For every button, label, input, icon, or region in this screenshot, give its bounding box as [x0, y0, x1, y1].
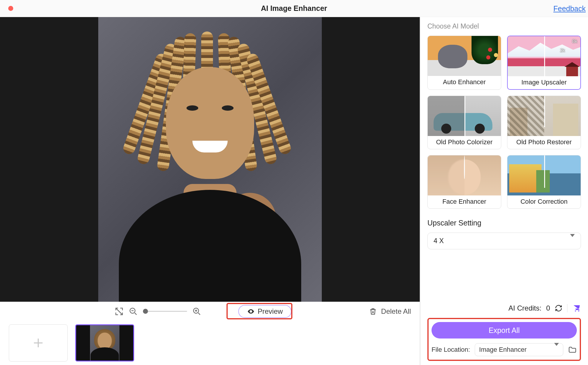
file-location-label: File Location:: [432, 346, 470, 354]
delete-all-label: Delete All: [381, 307, 411, 316]
credits-value: 0: [546, 304, 550, 312]
model-face-enhancer[interactable]: Face Enhancer: [427, 155, 501, 209]
model-label: Old Photo Colorizer: [428, 136, 501, 149]
model-label: Old Photo Restorer: [507, 136, 581, 149]
model-label: Color Correction: [507, 195, 581, 208]
export-all-button[interactable]: Export All: [432, 322, 577, 339]
model-thumb: [507, 96, 581, 136]
divider: [567, 304, 567, 312]
choose-model-label: Choose AI Model: [427, 22, 581, 30]
image-canvas[interactable]: [0, 17, 420, 302]
model-old-photo-restorer[interactable]: Old Photo Restorer: [507, 96, 581, 149]
file-location-row: File Location: Image Enhancer: [432, 343, 577, 356]
loaded-image: [98, 17, 322, 302]
model-grid: Auto Enhancer 8k 2k Image Upscaler Old P…: [427, 36, 581, 209]
chevron-down-icon: [554, 346, 559, 354]
model-label: Image Upscaler: [508, 76, 580, 89]
zoom-in-icon[interactable]: [192, 307, 201, 316]
chevron-down-icon: [570, 237, 575, 245]
upscaler-value: 4 X: [434, 237, 444, 245]
model-old-photo-colorizer[interactable]: Old Photo Colorizer: [427, 96, 501, 149]
main: Preview Delete All: [0, 17, 588, 365]
file-location-dropdown[interactable]: Image Enhancer: [475, 343, 563, 356]
add-image-button[interactable]: [9, 324, 68, 361]
portrait-eyes: [186, 105, 234, 111]
editor-area: Preview Delete All: [0, 17, 420, 365]
model-color-correction[interactable]: Color Correction: [507, 155, 581, 209]
fit-screen-icon[interactable]: [115, 307, 124, 316]
preview-label: Preview: [258, 307, 283, 316]
canvas-toolbar: Preview Delete All: [0, 302, 420, 321]
model-thumb: [428, 96, 501, 136]
zoom-slider[interactable]: [143, 311, 187, 312]
credits-row: AI Credits: 0: [427, 304, 581, 313]
model-auto-enhancer[interactable]: Auto Enhancer: [427, 36, 501, 90]
refresh-icon[interactable]: [555, 304, 562, 312]
model-thumb: [507, 155, 581, 195]
app-title: AI Image Enhancer: [261, 4, 327, 13]
upscaler-setting-label: Upscaler Setting: [427, 219, 581, 227]
credits-label: AI Credits:: [509, 304, 542, 312]
close-window-dot[interactable]: [8, 6, 13, 11]
file-location-value: Image Enhancer: [479, 346, 527, 354]
delete-all-button[interactable]: Delete All: [369, 307, 411, 316]
thumbnail-strip: [0, 321, 420, 365]
cart-icon[interactable]: [572, 304, 581, 313]
zoom-slider-knob[interactable]: [143, 309, 148, 314]
thumbnail-1[interactable]: [75, 324, 134, 361]
thumbnail-image: [90, 324, 119, 361]
zoom-controls: [115, 307, 201, 316]
annotation-highlight-export: Export All File Location: Image Enhancer: [427, 318, 581, 361]
eye-icon: [247, 308, 255, 315]
badge-2k: 2k: [560, 48, 565, 53]
model-thumb: 8k 2k: [508, 36, 580, 76]
portrait-face: [166, 67, 254, 179]
sidebar: Choose AI Model Auto Enhancer 8k 2k Imag…: [420, 17, 588, 365]
model-thumb: [428, 36, 501, 76]
badge-8k: 8k: [572, 39, 577, 44]
model-label: Face Enhancer: [428, 195, 501, 208]
model-thumb: [428, 155, 501, 195]
portrait-body: [119, 190, 301, 302]
upscaler-setting-dropdown[interactable]: 4 X: [427, 233, 581, 249]
folder-icon[interactable]: [568, 345, 577, 354]
feedback-link[interactable]: Feedback: [553, 4, 586, 13]
preview-button[interactable]: Preview: [238, 305, 291, 318]
trash-icon: [369, 307, 377, 316]
model-label: Auto Enhancer: [428, 76, 501, 89]
sidebar-bottom: AI Credits: 0 Export All File Locat: [427, 304, 581, 361]
zoom-out-icon[interactable]: [129, 307, 138, 316]
model-image-upscaler[interactable]: 8k 2k Image Upscaler: [507, 36, 581, 90]
titlebar: AI Image Enhancer Feedback: [0, 0, 588, 17]
